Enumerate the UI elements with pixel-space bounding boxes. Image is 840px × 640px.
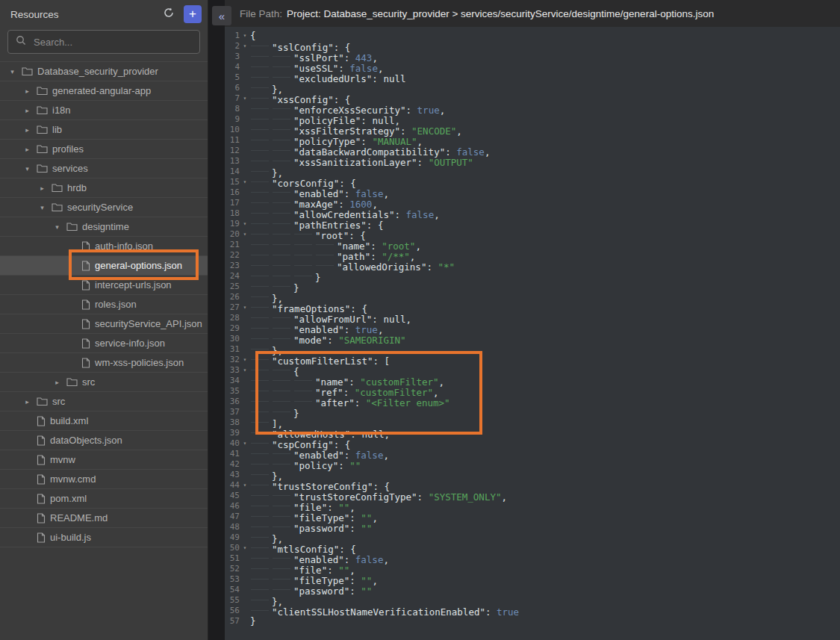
refresh-button[interactable] bbox=[160, 5, 178, 23]
code-line-41[interactable]: 41"enabled": false, bbox=[225, 449, 840, 459]
caret-right-icon[interactable]: ▸ bbox=[22, 87, 32, 95]
code-line-21[interactable]: 21"name": "root", bbox=[225, 240, 840, 250]
code-line-9[interactable]: 9"policyFile": null, bbox=[225, 114, 840, 125]
code-line-48[interactable]: 48"password": "" bbox=[225, 522, 840, 532]
tree-item-securityservice-api-json[interactable]: securityService_API.json bbox=[0, 314, 208, 334]
code-line-24[interactable]: 24} bbox=[225, 271, 840, 282]
code-line-8[interactable]: 8"enforceXssSecurity": true, bbox=[225, 104, 840, 114]
tree-item-general-options-json[interactable]: general-options.json bbox=[0, 256, 208, 276]
code-line-31[interactable]: 31}, bbox=[225, 344, 840, 355]
fold-caret-icon[interactable]: ▾ bbox=[240, 177, 250, 187]
tree-item-services[interactable]: ▾services bbox=[0, 159, 208, 178]
code-line-14[interactable]: 14}, bbox=[225, 167, 840, 177]
code-line-55[interactable]: 55}, bbox=[225, 595, 840, 606]
code-line-44[interactable]: 44▾"trustStoreConfig": { bbox=[225, 480, 840, 491]
code-line-5[interactable]: 5"excludedUrls": null bbox=[225, 72, 840, 83]
caret-right-icon[interactable]: ▸ bbox=[52, 379, 62, 386]
fold-caret-icon[interactable]: ▾ bbox=[240, 31, 250, 41]
code-line-37[interactable]: 37} bbox=[225, 407, 840, 417]
tree-item-generated-angular-app[interactable]: ▸generated-angular-app bbox=[0, 81, 208, 101]
tree-item-intercept-urls-json[interactable]: intercept-urls.json bbox=[0, 276, 208, 295]
code-line-17[interactable]: 17"maxAge": 1600, bbox=[225, 198, 840, 208]
code-line-3[interactable]: 3"sslPort": 443, bbox=[225, 52, 840, 62]
caret-right-icon[interactable]: ▸ bbox=[22, 146, 32, 153]
tree-item-readme-md[interactable]: README.md bbox=[0, 509, 208, 528]
code-line-29[interactable]: 29"enabled": true, bbox=[225, 323, 840, 334]
caret-right-icon[interactable]: ▸ bbox=[22, 107, 32, 114]
tree-item-mvnw[interactable]: mvnw bbox=[0, 450, 208, 470]
caret-down-icon[interactable]: ▾ bbox=[52, 223, 62, 231]
code-line-45[interactable]: 45"trustStoreConfigType": "SYSTEM_ONLY", bbox=[225, 491, 840, 501]
code-line-20[interactable]: 20▾"root": { bbox=[225, 229, 840, 240]
code-line-57[interactable]: 57} bbox=[225, 616, 840, 627]
fold-caret-icon[interactable]: ▾ bbox=[240, 219, 250, 229]
code-line-6[interactable]: 6}, bbox=[225, 83, 840, 93]
fold-caret-icon[interactable]: ▾ bbox=[240, 365, 250, 376]
collapse-sidebar-button[interactable]: « bbox=[212, 6, 231, 25]
code-editor[interactable]: 1▾{2▾"sslConfig": {3"sslPort": 443,4"use… bbox=[225, 27, 840, 640]
tree-item-service-info-json[interactable]: service-info.json bbox=[0, 334, 208, 353]
code-line-51[interactable]: 51"enabled": false, bbox=[225, 553, 840, 564]
fold-caret-icon[interactable]: ▾ bbox=[240, 302, 250, 313]
code-line-2[interactable]: 2▾"sslConfig": { bbox=[225, 41, 840, 52]
fold-caret-icon[interactable]: ▾ bbox=[240, 93, 250, 104]
tree-item-profiles[interactable]: ▸profiles bbox=[0, 140, 208, 159]
tree-item-auth-info-json[interactable]: auth-info.json bbox=[0, 237, 208, 256]
code-line-39[interactable]: 39"allowedHosts": null, bbox=[225, 428, 840, 438]
tree-item-pom-xml[interactable]: pom.xml bbox=[0, 489, 208, 509]
code-line-38[interactable]: 38], bbox=[225, 417, 840, 428]
code-line-32[interactable]: 32▾"customFilterList": [ bbox=[225, 355, 840, 365]
code-line-53[interactable]: 53"fileType": "", bbox=[225, 574, 840, 585]
code-line-25[interactable]: 25} bbox=[225, 282, 840, 292]
code-line-10[interactable]: 10"xssFilterStrategy": "ENCODE", bbox=[225, 125, 840, 135]
code-line-16[interactable]: 16"enabled": false, bbox=[225, 187, 840, 198]
tree-item-roles-json[interactable]: roles.json bbox=[0, 295, 208, 314]
code-line-1[interactable]: 1▾{ bbox=[225, 31, 840, 41]
code-line-18[interactable]: 18"allowCredentials": false, bbox=[225, 208, 840, 219]
tree-item-securityservice[interactable]: ▾securityService bbox=[0, 198, 208, 217]
code-line-47[interactable]: 47"fileType": "", bbox=[225, 512, 840, 522]
add-button[interactable]: + bbox=[184, 5, 202, 23]
code-line-28[interactable]: 28"allowFromUrl": null, bbox=[225, 313, 840, 323]
tree-item-database-security-provider[interactable]: ▾Database_security_provider bbox=[0, 62, 208, 81]
code-line-19[interactable]: 19▾"pathEntries": { bbox=[225, 219, 840, 229]
tree-item-dataobjects-json[interactable]: dataObjects.json bbox=[0, 431, 208, 450]
code-line-42[interactable]: 42"policy": "" bbox=[225, 459, 840, 470]
search-box[interactable] bbox=[7, 30, 200, 54]
caret-right-icon[interactable]: ▸ bbox=[22, 398, 32, 406]
search-input[interactable] bbox=[32, 36, 192, 49]
code-line-11[interactable]: 11"policyType": "MANUAL", bbox=[225, 135, 840, 146]
tree-item-hrdb[interactable]: ▸hrdb bbox=[0, 178, 208, 198]
code-line-30[interactable]: 30"mode": "SAMEORIGIN" bbox=[225, 334, 840, 344]
tree-item-mvnw-cmd[interactable]: mvnw.cmd bbox=[0, 470, 208, 489]
tree-item-wm-xss-policies-json[interactable]: wm-xss-policies.json bbox=[0, 353, 208, 373]
fold-caret-icon[interactable]: ▾ bbox=[240, 355, 250, 365]
code-line-49[interactable]: 49}, bbox=[225, 532, 840, 543]
fold-caret-icon[interactable]: ▾ bbox=[240, 438, 250, 449]
code-line-27[interactable]: 27▾"frameOptions": { bbox=[225, 302, 840, 313]
tree-item-ui-build-js[interactable]: ui-build.js bbox=[0, 528, 208, 547]
caret-right-icon[interactable]: ▸ bbox=[37, 184, 47, 192]
code-line-43[interactable]: 43}, bbox=[225, 470, 840, 480]
code-line-50[interactable]: 50▾"mtlsConfig": { bbox=[225, 543, 840, 553]
fold-caret-icon[interactable]: ▾ bbox=[240, 480, 250, 491]
code-line-12[interactable]: 12"dataBackwardCompatibility": false, bbox=[225, 146, 840, 156]
code-line-33[interactable]: 33▾{ bbox=[225, 365, 840, 376]
code-line-40[interactable]: 40▾"cspConfig": { bbox=[225, 438, 840, 449]
code-line-34[interactable]: 34"name": "customFilter", bbox=[225, 376, 840, 386]
code-line-56[interactable]: 56"clientSSLHostNameVerificationEnabled"… bbox=[225, 606, 840, 616]
code-line-36[interactable]: 36"after": "<Filter enum>" bbox=[225, 397, 840, 407]
tree-item-src[interactable]: ▸src bbox=[0, 392, 208, 411]
caret-down-icon[interactable]: ▾ bbox=[37, 204, 47, 211]
fold-caret-icon[interactable]: ▾ bbox=[240, 41, 250, 52]
tree-item-i18n[interactable]: ▸i18n bbox=[0, 101, 208, 120]
caret-right-icon[interactable]: ▸ bbox=[22, 126, 32, 134]
code-line-7[interactable]: 7▾"xssConfig": { bbox=[225, 93, 840, 104]
caret-down-icon[interactable]: ▾ bbox=[7, 68, 17, 75]
code-line-4[interactable]: 4"useSSL": false, bbox=[225, 62, 840, 72]
caret-down-icon[interactable]: ▾ bbox=[22, 165, 32, 173]
tree-item-designtime[interactable]: ▾designtime bbox=[0, 217, 208, 237]
code-line-35[interactable]: 35"ref": "customFilter", bbox=[225, 386, 840, 397]
fold-caret-icon[interactable]: ▾ bbox=[240, 229, 250, 240]
code-line-23[interactable]: 23"allowedOrigins": "*" bbox=[225, 261, 840, 271]
